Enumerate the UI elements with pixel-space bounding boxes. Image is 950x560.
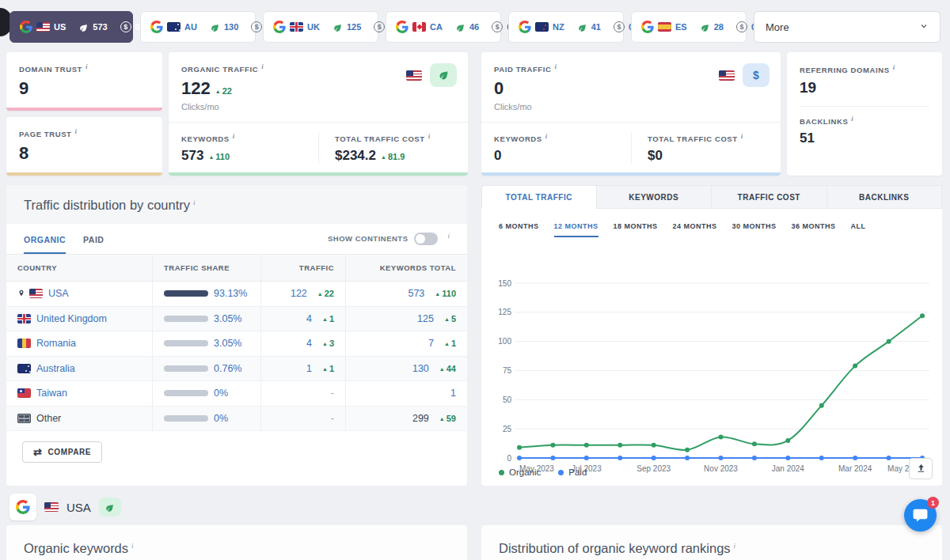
tab-backlinks[interactable]: BACKLINKS [827,185,943,209]
accent-bar [6,108,162,111]
chart-legend: Organic Paid [499,467,587,477]
table-header: COUNTRY TRAFFIC SHARE TRAFFIC KEYWORDS T… [6,255,467,282]
organic-leaf-icon [210,22,220,32]
organic-leaf-badge[interactable] [99,498,121,516]
traffic-value[interactable]: 1 [306,363,312,374]
engine-tab-uk[interactable]: UK 125 $ 0 [263,11,378,43]
compare-label: COMPARE [48,448,92,456]
organic-traffic-card: ORGANIC TRAFFIC 12222 Clicks/mo KEYWORDS… [169,52,468,176]
flag-us-icon [44,502,59,512]
flag-uk-icon [17,314,31,324]
traffic-value[interactable]: 4 [306,313,312,324]
traffic-value[interactable]: 4 [306,338,312,349]
organic-leaf-icon [332,22,343,32]
country-link[interactable]: Romania [36,338,76,349]
keywords-value: 573110 [181,148,306,164]
tab-organic-count: 46 [469,22,479,32]
show-continents-toggle[interactable] [414,233,438,245]
export-button[interactable] [909,458,933,479]
keywords-delta: 110 [435,289,456,298]
engine-tab-ca[interactable]: CA 46 $ 0 [386,11,501,43]
keywords-delta: 44 [439,364,456,373]
tab-total-traffic[interactable]: TOTAL TRAFFIC [481,185,597,209]
google-engine-box[interactable] [10,494,36,520]
country-link[interactable]: USA [48,288,69,299]
keywords-value[interactable]: 130 [412,363,429,374]
organic-leaf-icon [700,22,710,32]
range-24-months[interactable]: 24 MONTHS [673,222,717,237]
compare-button[interactable]: ⇄ COMPARE [22,441,102,463]
svg-text:100: 100 [498,337,511,346]
chat-widget-button[interactable]: 1 [904,499,937,532]
table-row: Australia 0.76% 11 13044 [6,357,467,382]
flag-uk-icon [290,22,303,32]
keywords-delta: 59 [439,414,456,423]
flag-au-icon [167,22,180,32]
share-bar [164,316,208,322]
svg-text:150: 150 [498,279,511,288]
keywords-value[interactable]: 125 [417,313,434,324]
traffic-line-chart[interactable]: 0255075100125150May 2023Jul 2023Sep 2023… [488,271,936,478]
range-36-months[interactable]: 36 MONTHS [792,222,836,237]
svg-text:125: 125 [498,308,511,316]
leaf-icon [104,502,115,513]
range-12-months[interactable]: 12 MONTHS [554,222,598,237]
tab-organic[interactable]: ORGANIC [24,224,66,254]
tab-country-code: UK [307,22,320,32]
organic-leaf-badge[interactable] [430,63,457,87]
keywords-value[interactable]: 573 [408,288,424,299]
engine-tab-au[interactable]: AU 130 $ 0 [140,11,256,43]
paid-dollar-badge[interactable]: $ [743,63,770,87]
google-icon [16,500,30,514]
tab-organic-count: 573 [93,22,107,32]
tab-traffic-cost[interactable]: TRAFFIC COST [712,185,827,209]
paid-dollar-icon: $ [251,21,262,32]
engine-tab-us[interactable]: US 573 $ 0 [10,11,133,43]
flag-au-icon [17,364,31,373]
range-18-months[interactable]: 18 MONTHS [614,222,658,237]
svg-text:Sep 2023: Sep 2023 [636,464,671,473]
range-30-months[interactable]: 30 MONTHS [732,222,777,237]
page-trust-label: PAGE TRUST [19,127,150,138]
flag-romania-icon [17,339,31,348]
col-traffic[interactable]: TRAFFIC [261,255,346,281]
organic-keywords-title: Organic keywords [24,541,134,555]
traffic-value[interactable]: 122 [291,288,307,299]
country-table: USA 93.13% 12222 573110 United Kingdom 3… [6,282,467,431]
table-row: Taiwan 0% - 1 [6,381,467,407]
flag-us-icon [719,70,735,81]
paid-dollar-icon: $ [736,21,747,32]
google-icon [273,21,286,33]
tab-keywords[interactable]: KEYWORDS [597,185,712,209]
legend-organic[interactable]: Organic [499,467,541,477]
keywords-value[interactable]: 7 [428,338,434,349]
keywords-delta: 1 [444,339,456,348]
country-link[interactable]: United Kingdom [36,313,107,324]
keywords-value[interactable]: 1 [450,388,456,399]
paid-traffic-card: PAID TRAFFIC 0 Clicks/mo $ KEYWORDS 0 TO… [481,52,781,176]
legend-paid[interactable]: Paid [558,467,587,477]
engine-tab-nz[interactable]: NZ 41 $ 0 [508,11,624,43]
more-countries-dropdown[interactable]: More [754,11,940,43]
country-link[interactable]: Taiwan [36,388,67,399]
organic-leaf-icon [455,22,466,32]
traffic-delta: 3 [322,339,334,348]
col-country[interactable]: COUNTRY [6,255,153,281]
organic-traffic-unit: Clicks/mo [181,102,455,112]
share-bar [164,390,208,396]
country-link[interactable]: Australia [36,363,75,374]
paid-dot-icon [558,470,564,475]
organic-keywords-panel: Organic keywords [6,525,467,560]
traffic-cost-value: $0 [648,148,768,164]
engine-tab-es[interactable]: ES 28 $ 0 [631,11,747,43]
range-all[interactable]: ALL [851,222,866,237]
traffic-value: - [331,388,334,399]
svg-text:Nov 2023: Nov 2023 [704,464,738,473]
traffic-chart-panel: TOTAL TRAFFIC KEYWORDS TRAFFIC COST BACK… [481,185,942,486]
tab-paid[interactable]: PAID [83,224,104,254]
share-value: 3.05% [214,313,241,324]
col-keywords-total[interactable]: KEYWORDS TOTAL [346,255,467,281]
range-6-months[interactable]: 6 MONTHS [499,222,539,237]
col-traffic-share[interactable]: TRAFFIC SHARE [153,255,261,281]
table-row: Romania 3.05% 43 71 [6,331,467,357]
